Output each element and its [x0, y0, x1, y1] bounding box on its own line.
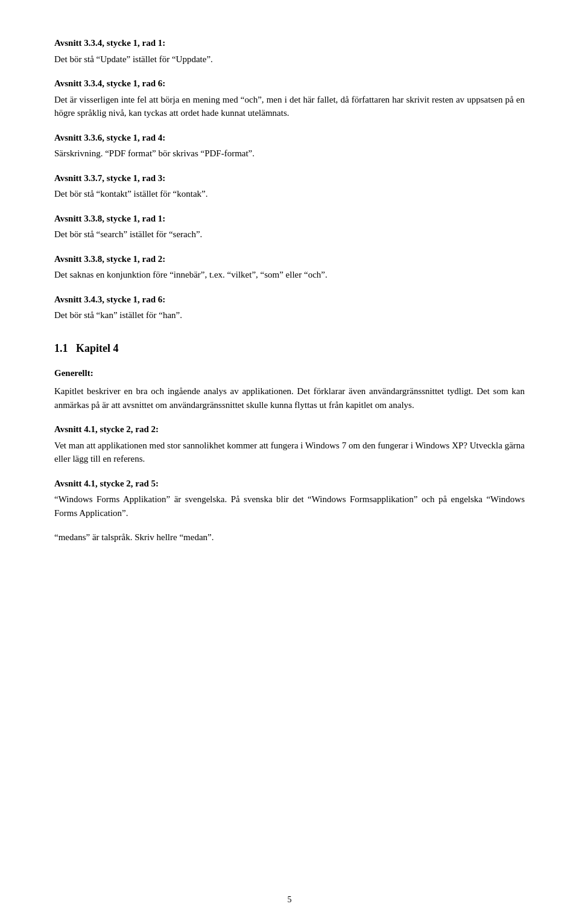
section-334-6-heading: Avsnitt 3.3.4, stycke 1, rad 6: [54, 77, 525, 91]
section-41-2-5-body: “Windows Forms Applikation” är svengelsk… [54, 492, 525, 520]
section-334-1-body: Det bör stå “Update” istället för “Uppda… [54, 53, 525, 66]
page-number: 5 [288, 893, 292, 906]
section-337-3: Avsnitt 3.3.7, stycke 1, rad 3: Det bör … [54, 171, 525, 201]
chapter-heading: 1.1 Kapitel 4 [54, 340, 525, 357]
chapter-generellt: Generellt: Kapitlet beskriver en bra och… [54, 366, 525, 412]
chapter-number: 1.1 [54, 342, 68, 354]
section-338-2: Avsnitt 3.3.8, stycke 1, rad 2: Det sakn… [54, 252, 525, 282]
chapter-generellt-label: Generellt: [54, 366, 525, 380]
section-343-6-body: Det bör stå “kan” istället för “han”. [54, 308, 525, 322]
section-338-2-heading: Avsnitt 3.3.8, stycke 1, rad 2: [54, 252, 525, 266]
chapter-title: Kapitel 4 [76, 342, 119, 354]
section-medans-body: “medans” är talspråk. Skriv hellre “meda… [54, 531, 525, 544]
section-336-4-body: Särskrivning. “PDF format” bör skrivas “… [54, 147, 525, 161]
section-337-3-body: Det bör stå “kontakt” istället för “kont… [54, 187, 525, 201]
section-343-6: Avsnitt 3.4.3, stycke 1, rad 6: Det bör … [54, 293, 525, 322]
section-338-1: Avsnitt 3.3.8, stycke 1, rad 1: Det bör … [54, 212, 525, 241]
page: Avsnitt 3.3.4, stycke 1, rad 1: Det bör … [0, 0, 579, 924]
section-336-4: Avsnitt 3.3.6, stycke 1, rad 4: Särskriv… [54, 131, 525, 161]
section-334-6-body: Det är visserligen inte fel att börja en… [54, 93, 525, 120]
section-338-1-body: Det bör stå “search” istället för “serac… [54, 228, 525, 241]
section-337-3-heading: Avsnitt 3.3.7, stycke 1, rad 3: [54, 171, 525, 185]
section-334-6: Avsnitt 3.3.4, stycke 1, rad 6: Det är v… [54, 77, 525, 120]
section-334-1-heading: Avsnitt 3.3.4, stycke 1, rad 1: [54, 36, 525, 50]
section-343-6-heading: Avsnitt 3.4.3, stycke 1, rad 6: [54, 293, 525, 307]
section-338-2-body: Det saknas en konjunktion före “innebär”… [54, 268, 525, 282]
section-338-1-heading: Avsnitt 3.3.8, stycke 1, rad 1: [54, 212, 525, 226]
chapter-generellt-body: Kapitlet beskriver en bra och ingående a… [54, 384, 525, 412]
section-41-2-5-heading: Avsnitt 4.1, stycke 2, rad 5: [54, 477, 525, 491]
section-41-2-2-body: Vet man att applikationen med stor sanno… [54, 439, 525, 466]
section-41-2-5: Avsnitt 4.1, stycke 2, rad 5: “Windows F… [54, 477, 525, 520]
section-41-2-2: Avsnitt 4.1, stycke 2, rad 2: Vet man at… [54, 422, 525, 466]
section-336-4-heading: Avsnitt 3.3.6, stycke 1, rad 4: [54, 131, 525, 145]
section-medans: “medans” är talspråk. Skriv hellre “meda… [54, 531, 525, 544]
section-41-2-2-heading: Avsnitt 4.1, stycke 2, rad 2: [54, 422, 525, 436]
section-334-1: Avsnitt 3.3.4, stycke 1, rad 1: Det bör … [54, 36, 525, 66]
